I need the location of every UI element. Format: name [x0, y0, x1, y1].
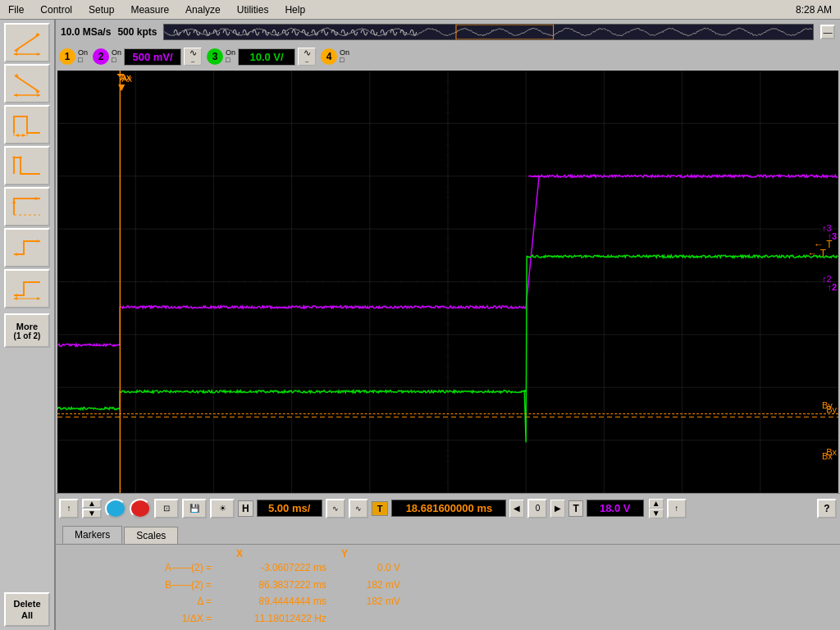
meas-row-delta: Δ = 89.4444444 ms 182 mV: [64, 593, 832, 609]
trigger-level-display[interactable]: 18.0 V: [587, 500, 644, 517]
scroll-up-btn[interactable]: ▲: [82, 499, 102, 509]
ch1-num[interactable]: 1: [59, 48, 75, 65]
nav-canvas: [164, 25, 813, 39]
delete-all-label: DeleteAll: [13, 598, 40, 622]
svg-marker-16: [22, 134, 25, 137]
meas-delta-y: 182 mV: [335, 593, 400, 609]
ch2-right-label: ↑2: [827, 282, 837, 292]
channel-row: 1 On □ 2 On □ 500 mV/ ∿ ~: [56, 44, 840, 69]
tool1-icon: [11, 28, 43, 57]
measurements-panel: X Y A——(2) = -3.0607222 ms 0.0 V B——(2) …: [56, 544, 840, 630]
nav-bar[interactable]: [163, 24, 814, 40]
scroll-down-btn[interactable]: ▼: [82, 509, 102, 518]
tool6-icon: [11, 233, 43, 262]
svg-line-6: [15, 75, 39, 92]
meas-row-inv: 1/ΔX = 11.18012422 Hz: [64, 610, 832, 627]
menu-analyze[interactable]: Analyze: [177, 2, 229, 17]
svg-marker-4: [37, 52, 40, 56]
tool-ramp[interactable]: [4, 187, 50, 226]
tab-scales[interactable]: Scales: [124, 527, 178, 544]
svg-marker-11: [37, 94, 40, 97]
tool-step2[interactable]: [4, 269, 50, 308]
svg-marker-23: [35, 197, 40, 200]
timebase-mode-btn[interactable]: ∿: [349, 499, 368, 518]
meas-inv-x: 11.18012422 Hz: [220, 610, 326, 627]
channel-1-block: 1 On □: [59, 48, 88, 65]
record-length: 500 kpts: [117, 26, 157, 38]
time-position-display[interactable]: 18.681600000 ms: [391, 500, 506, 517]
ch3-coupling[interactable]: ∿ ~: [298, 48, 316, 66]
tool5-icon: [11, 192, 43, 221]
ch3-scale[interactable]: 10.0 V/: [238, 48, 295, 66]
tool-diagonal-arrow2[interactable]: [4, 64, 50, 103]
top-info-bar: 10.0 MSa/s 500 kpts —: [56, 20, 840, 44]
channel-3-block: 3 On □ 10.0 V/ ∿ ~: [207, 48, 316, 66]
menu-setup[interactable]: Setup: [80, 2, 122, 17]
ch4-on-off: On □: [340, 49, 349, 64]
more-label: More: [16, 322, 38, 331]
tool2-icon: [11, 69, 43, 98]
ch3-on-off: On □: [226, 49, 235, 64]
channel-2-block: 2 On □ 500 mV/ ∿ ~: [93, 48, 202, 66]
run-stop-btn[interactable]: ↑: [59, 499, 79, 518]
cursor-btn[interactable]: ⊡: [154, 499, 179, 518]
timebase-display[interactable]: 5.00 ms/: [257, 500, 322, 517]
meas-b-y: 182 mV: [335, 577, 400, 593]
oscilloscope-screen[interactable]: Ax ▼ By Bx ← T ↑3 ↑2: [57, 71, 838, 493]
menu-utilities[interactable]: Utilities: [229, 2, 277, 17]
menu-control[interactable]: Control: [32, 2, 80, 17]
meas-col-x: X: [236, 548, 243, 559]
menu-file[interactable]: File: [0, 2, 32, 17]
more-button[interactable]: More (1 of 2): [4, 313, 50, 348]
ch2-coupling[interactable]: ∿ ~: [184, 48, 202, 66]
meas-inv-label: 1/ΔX =: [64, 610, 212, 627]
right-panel: 10.0 MSa/s 500 kpts — 1 On □ 2 On: [56, 20, 840, 630]
ch3-num[interactable]: 3: [207, 48, 223, 65]
marker-ax-arrow: ▼: [116, 80, 127, 94]
trig-t-label: T: [568, 500, 582, 517]
tool-diagonal-arrow[interactable]: [4, 23, 50, 62]
menu-help[interactable]: Help: [276, 2, 313, 17]
sample-rate: 10.0 MSa/s: [61, 26, 111, 38]
tool-pulse-narrow[interactable]: [4, 146, 50, 185]
help-button[interactable]: ?: [817, 499, 837, 518]
meas-col-y: Y: [341, 548, 348, 559]
menu-measure[interactable]: Measure: [122, 2, 177, 17]
time-left-btn[interactable]: ◀: [509, 500, 524, 518]
ch2-num[interactable]: 2: [93, 48, 109, 65]
timebase-coupling-btn[interactable]: ∿: [326, 499, 345, 518]
tab-markers[interactable]: Markers: [62, 526, 122, 544]
save-btn[interactable]: 💾: [182, 499, 207, 518]
tool-pulse-wide[interactable]: [4, 105, 50, 144]
tabs-row: Markers Scales: [56, 523, 840, 544]
meas-inv-y: [335, 610, 400, 627]
meas-a-x: -3.0607222 ms: [220, 559, 326, 576]
tool3-icon: [11, 110, 43, 139]
minimize-button[interactable]: —: [820, 25, 835, 39]
svg-marker-31: [37, 297, 40, 300]
meas-b-label: B——(2) =: [64, 577, 212, 593]
meas-row-a: A——(2) = -3.0607222 ms 0.0 V: [64, 559, 832, 576]
trigger-indicator: T: [372, 501, 389, 516]
ch2-indicator[interactable]: [130, 499, 151, 518]
trig-level-btns: ▲ ▼: [649, 499, 664, 518]
ch2-scale[interactable]: 500 mV/: [124, 48, 181, 66]
time-right-btn[interactable]: ▶: [550, 500, 565, 518]
marker-by-line: [57, 413, 838, 414]
meas-a-label: A——(2) =: [64, 559, 212, 576]
delete-all-button[interactable]: DeleteAll: [4, 592, 50, 627]
h-label: H: [238, 500, 253, 517]
trig-up-btn[interactable]: ▲: [649, 499, 664, 509]
tool-step[interactable]: [4, 228, 50, 267]
scroll-btns: ▲ ▼: [82, 499, 102, 518]
ch4-num[interactable]: 4: [321, 48, 337, 65]
brightness-btn[interactable]: ☀: [210, 499, 235, 518]
meas-row-b: B——(2) = 86.3837222 ms 182 mV: [64, 577, 832, 593]
time-zero-btn[interactable]: 0: [527, 499, 547, 518]
svg-marker-15: [16, 134, 19, 137]
ch1-indicator[interactable]: [105, 499, 126, 518]
svg-marker-28: [14, 294, 17, 297]
trig-set-btn[interactable]: ↑: [667, 499, 687, 518]
svg-line-0: [15, 34, 39, 51]
trig-down-btn[interactable]: ▼: [649, 509, 664, 518]
